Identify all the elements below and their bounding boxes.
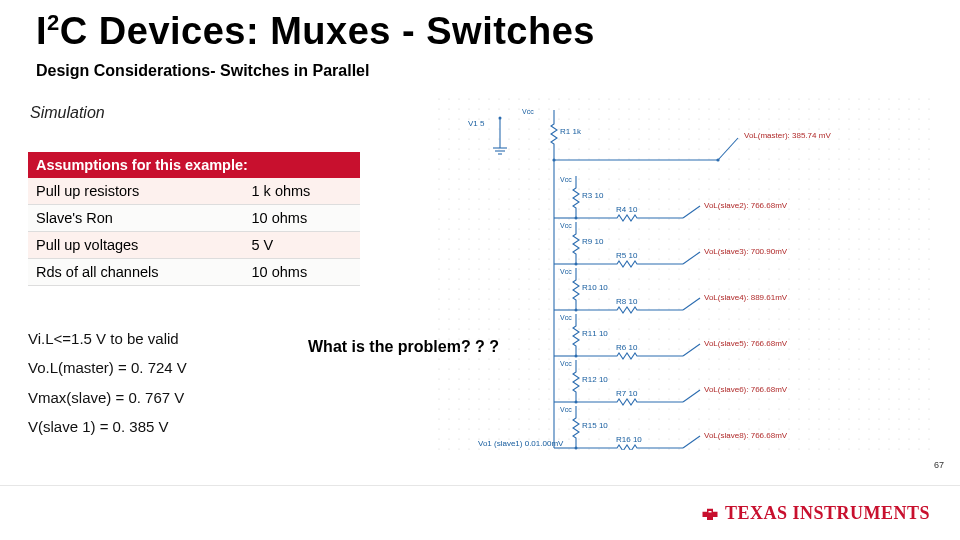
svg-text:Vcc: Vcc (560, 268, 572, 275)
table-val: 10 ohms (244, 259, 360, 286)
ti-logo-text: TEXAS INSTRUMENTS (725, 503, 930, 524)
vmaxslave-line: Vmax(slave) = 0. 767 V (28, 383, 187, 412)
svg-rect-78 (708, 511, 711, 513)
svg-text:Vcc: Vcc (560, 406, 572, 413)
schematic-figure: V1 5 Vcc R1 1k VoL(master): 385.74 mV Vc… (438, 98, 938, 450)
table-row: Slave's Ron10 ohms (28, 205, 360, 232)
svg-text:VoL(slave2): 766.68mV: VoL(slave2): 766.68mV (704, 201, 788, 210)
page-title: I2C Devices: Muxes - Switches (36, 10, 595, 53)
table-key: Slave's Ron (28, 205, 244, 232)
computed-values: Vi.L<=1.5 V to be valid Vo.L(master) = 0… (28, 324, 187, 441)
master-meas-label: VoL(master): 385.74 mV (744, 131, 831, 140)
svg-text:Vcc: Vcc (560, 176, 572, 183)
page-number: 67 (934, 460, 944, 470)
footer-rule (0, 485, 960, 486)
svg-text:VoL(slave4): 889.61mV: VoL(slave4): 889.61mV (704, 293, 788, 302)
svg-rect-1 (438, 98, 938, 450)
ti-chip-icon (701, 507, 719, 521)
svg-point-3 (499, 117, 502, 120)
svg-text:Vcc: Vcc (560, 360, 572, 367)
svg-text:Vcc: Vcc (560, 222, 572, 229)
simulation-label: Simulation (30, 104, 105, 122)
table-val: 5 V (244, 232, 360, 259)
svg-text:R16 10: R16 10 (616, 435, 642, 444)
ti-logo: TEXAS INSTRUMENTS (701, 503, 930, 524)
table-row: Pull up resistors1 k ohms (28, 178, 360, 205)
vslave1-line: V(slave 1) = 0. 385 V (28, 412, 187, 441)
svg-text:R10 10: R10 10 (582, 283, 608, 292)
volmaster-line: Vo.L(master) = 0. 724 V (28, 353, 187, 382)
table-key: Pull up resistors (28, 178, 244, 205)
table-key: Pull up voltages (28, 232, 244, 259)
page-subtitle: Design Considerations- Switches in Paral… (36, 62, 369, 80)
svg-text:R8 10: R8 10 (616, 297, 638, 306)
table-header-row: Assumptions for this example: (28, 152, 360, 178)
title-post: C Devices: Muxes - Switches (60, 10, 595, 52)
svg-text:VoL(slave8): 766.68mV: VoL(slave8): 766.68mV (704, 431, 788, 440)
svg-text:R12 10: R12 10 (582, 375, 608, 384)
svg-text:R5 10: R5 10 (616, 251, 638, 260)
vil-line: Vi.L<=1.5 V to be valid (28, 324, 187, 353)
assumptions-table: Assumptions for this example: Pull up re… (28, 152, 360, 286)
title-pre: I (36, 10, 47, 52)
svg-text:VoL(slave5): 766.68mV: VoL(slave5): 766.68mV (704, 339, 788, 348)
table-row: Rds of all channels10 ohms (28, 259, 360, 286)
svg-text:R9 10: R9 10 (582, 237, 604, 246)
svg-text:VoL(slave3): 700.90mV: VoL(slave3): 700.90mV (704, 247, 788, 256)
bottom-meas: Vo1 (slave1) 0.01.00mV (478, 439, 564, 448)
svg-text:R6 10: R6 10 (616, 343, 638, 352)
svg-text:R7 10: R7 10 (616, 389, 638, 398)
vcc-label: Vcc (522, 108, 534, 115)
svg-text:R3 10: R3 10 (582, 191, 604, 200)
r1-label: R1 1k (560, 127, 582, 136)
svg-text:R15 10: R15 10 (582, 421, 608, 430)
table-val: 1 k ohms (244, 178, 360, 205)
title-sup: 2 (47, 10, 60, 35)
table-header: Assumptions for this example: (28, 152, 360, 178)
table-key: Rds of all channels (28, 259, 244, 286)
table-row: Pull up voltages5 V (28, 232, 360, 259)
svg-text:VoL(slave6): 766.68mV: VoL(slave6): 766.68mV (704, 385, 788, 394)
v1-label: V1 5 (468, 119, 485, 128)
slide: I2C Devices: Muxes - Switches Design Con… (0, 0, 960, 540)
svg-text:R11 10: R11 10 (582, 329, 608, 338)
svg-text:R4 10: R4 10 (616, 205, 638, 214)
table-val: 10 ohms (244, 205, 360, 232)
svg-text:Vcc: Vcc (560, 314, 572, 321)
